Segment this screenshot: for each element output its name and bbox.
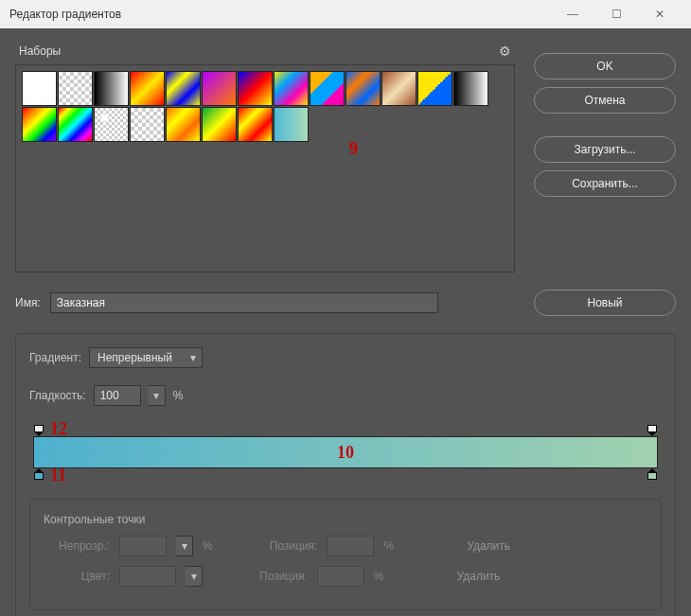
load-button[interactable]: Загрузить... <box>534 136 676 163</box>
color-stop-left[interactable] <box>33 468 44 480</box>
cancel-button[interactable]: Отмена <box>534 87 676 114</box>
preset-swatch[interactable] <box>238 71 273 106</box>
smoothness-input[interactable]: 100 <box>94 385 141 406</box>
opacity-input[interactable] <box>119 536 167 556</box>
preset-swatch[interactable] <box>310 71 345 106</box>
preset-swatch[interactable] <box>202 107 237 142</box>
preset-swatch[interactable] <box>274 71 309 106</box>
chevron-down-icon[interactable]: ▾ <box>176 536 193 556</box>
annotation-10: 10 <box>337 443 354 463</box>
gradient-editor-window: Редактор градиентов — ☐ ✕ Наборы ⚙ <box>0 0 691 616</box>
minimize-button[interactable]: — <box>551 0 594 28</box>
name-input[interactable] <box>50 292 438 313</box>
save-button[interactable]: Сохранить... <box>534 170 676 197</box>
color-stop-right[interactable] <box>647 468 658 480</box>
preset-swatch[interactable] <box>130 107 165 142</box>
percent-label: % <box>203 539 213 553</box>
gradient-type-row: Градиент: Непрерывный <box>29 347 662 368</box>
preset-swatch[interactable] <box>417 71 452 106</box>
color-well[interactable] <box>119 566 176 587</box>
top-row: Наборы ⚙ <box>15 44 676 273</box>
percent-label: % <box>383 539 394 553</box>
opacity-stop-right[interactable] <box>647 425 658 436</box>
preset-swatch[interactable] <box>22 107 57 142</box>
preset-swatch[interactable] <box>346 71 381 106</box>
stops-panel: Контрольные точки Непрозр.: ▾ % Позиция:… <box>29 499 662 610</box>
preset-swatch[interactable] <box>166 107 201 142</box>
color-label: Цвет: <box>44 570 110 583</box>
presets-box: 9 <box>15 64 515 273</box>
gradient-bar-wrap: 12 10 11 <box>29 427 662 478</box>
preset-swatch[interactable] <box>22 71 57 106</box>
right-button-column: OK Отмена Загрузить... Сохранить... <box>534 44 676 273</box>
content-area: Наборы ⚙ <box>0 28 691 616</box>
preset-swatch[interactable] <box>130 71 165 106</box>
annotation-11: 11 <box>50 466 66 485</box>
window-title: Редактор градиентов <box>9 8 121 21</box>
gradient-type-label: Градиент: <box>29 351 81 364</box>
percent-label: % <box>173 389 184 402</box>
percent-label: % <box>374 570 384 583</box>
preset-swatch[interactable] <box>274 107 309 142</box>
preset-swatch[interactable] <box>238 107 273 142</box>
opacity-label: Непрозр.: <box>44 539 110 553</box>
smoothness-row: Гладкость: 100 ▾ % <box>29 385 662 406</box>
chevron-down-icon[interactable]: ▾ <box>149 385 166 406</box>
gradient-type-select[interactable]: Непрерывный <box>89 347 203 368</box>
annotation-9: 9 <box>349 139 358 159</box>
titlebar: Редактор градиентов — ☐ ✕ <box>0 0 691 28</box>
presets-panel: Наборы ⚙ <box>15 44 515 273</box>
preset-swatch[interactable] <box>202 71 237 106</box>
maximize-button[interactable]: ☐ <box>594 0 638 28</box>
position-label: Позиция: <box>259 570 308 583</box>
gradient-section: Градиент: Непрерывный Гладкость: 100 ▾ %… <box>15 333 676 616</box>
preset-swatch[interactable] <box>58 71 93 106</box>
color-stop-row: Цвет: ▾ Позиция: % Удалить <box>44 566 647 587</box>
smoothness-label: Гладкость: <box>29 389 86 402</box>
chevron-down-icon[interactable]: ▾ <box>186 566 203 587</box>
gradient-preview-bar[interactable]: 10 <box>33 436 658 468</box>
stops-title: Контрольные точки <box>44 513 647 526</box>
opacity-stop-left[interactable] <box>33 425 44 436</box>
name-row: Имя: Новый <box>15 290 676 316</box>
preset-swatch[interactable] <box>381 71 416 106</box>
window-controls: — ☐ ✕ <box>551 0 682 28</box>
swatch-row-1 <box>22 71 508 106</box>
preset-swatch[interactable] <box>166 71 201 106</box>
opacity-position-input[interactable] <box>327 536 374 556</box>
opacity-stop-row: Непрозр.: ▾ % Позиция: % Удалить <box>44 536 647 556</box>
preset-swatch[interactable] <box>58 107 93 142</box>
position-label: Позиция: <box>270 539 318 553</box>
gear-icon[interactable]: ⚙ <box>499 44 511 59</box>
delete-color-stop-button[interactable]: Удалить <box>440 566 516 587</box>
ok-button[interactable]: OK <box>534 53 676 79</box>
swatch-row-2 <box>22 107 508 142</box>
close-button[interactable]: ✕ <box>638 0 682 28</box>
new-button[interactable]: Новый <box>534 290 676 316</box>
delete-opacity-stop-button[interactable]: Удалить <box>451 536 526 556</box>
name-label: Имя: <box>15 296 41 309</box>
presets-header: Наборы ⚙ <box>15 44 515 59</box>
preset-swatch[interactable] <box>94 107 129 142</box>
preset-swatch[interactable] <box>94 71 129 106</box>
preset-swatch[interactable] <box>453 71 488 106</box>
presets-label: Наборы <box>19 44 61 58</box>
color-position-input[interactable] <box>317 566 364 587</box>
